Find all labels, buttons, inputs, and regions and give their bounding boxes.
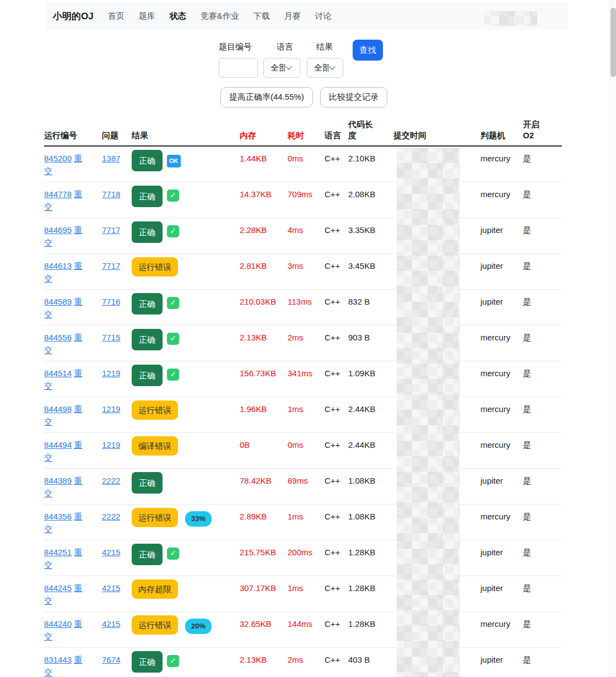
- memory-cell: 0B: [240, 433, 288, 468]
- problem-link[interactable]: 7716: [102, 297, 120, 306]
- o2-cell: 是: [523, 254, 558, 289]
- run-id-link[interactable]: 844356: [44, 512, 72, 521]
- table-row: 844695 重交7717正确✓2.28KB4msC++3.35KBjupite…: [44, 218, 562, 254]
- problem-cell: 1219: [102, 361, 132, 397]
- nav-item-1[interactable]: 首页: [108, 11, 125, 21]
- memory-cell: 156.73KB: [240, 361, 288, 397]
- problem-link[interactable]: 1219: [102, 404, 120, 414]
- result-badge[interactable]: 正确: [132, 329, 163, 350]
- result-cell: 正确✓: [132, 182, 240, 218]
- search-button[interactable]: 查找: [353, 40, 383, 61]
- nav-item-2[interactable]: 题库: [139, 11, 155, 21]
- result-badge[interactable]: 运行错误: [132, 400, 178, 420]
- improve-accuracy-button[interactable]: 提高正确率(44.55%): [220, 87, 313, 107]
- table-row: 844778 重交7718正确✓14.37KB709msC++2.08KBmer…: [44, 182, 562, 218]
- o2-cell: 是: [523, 612, 558, 647]
- problem-cell: 1219: [102, 433, 132, 468]
- result-badge[interactable]: 正确: [132, 221, 163, 243]
- run-id-link[interactable]: 831443: [44, 655, 72, 664]
- run-id-link[interactable]: 844778: [44, 189, 72, 199]
- problem-cell: 7715: [102, 326, 132, 361]
- pass-percentage-badge: 20%: [185, 619, 212, 634]
- vertical-scrollbar[interactable]: [609, 0, 616, 677]
- result-badge[interactable]: 正确: [132, 544, 163, 565]
- nav-menu: 首页题库状态竞赛&作业下载月赛讨论: [108, 11, 332, 21]
- check-icon: ✓: [167, 655, 179, 667]
- result-badge[interactable]: 正确: [132, 150, 163, 171]
- judger-cell: jupiter: [480, 290, 523, 325]
- problem-link[interactable]: 2222: [102, 512, 120, 521]
- nav-item-7[interactable]: 讨论: [315, 11, 332, 21]
- memory-cell: 32.65KB: [240, 612, 288, 647]
- problem-link[interactable]: 1219: [102, 440, 120, 449]
- problem-cell: 1219: [102, 397, 132, 432]
- result-select[interactable]: 全部: [307, 58, 343, 78]
- result-badge[interactable]: 正确: [132, 472, 163, 494]
- nav-item-4[interactable]: 竞赛&作业: [201, 11, 239, 21]
- judger-cell: jupiter: [480, 469, 523, 504]
- run-id-link[interactable]: 844240: [44, 619, 72, 629]
- table-row: 844245 重交4215内存超限307.17KB1msC++1.28KBjup…: [44, 576, 562, 612]
- result-badge[interactable]: 运行错误: [132, 615, 178, 635]
- run-id-link[interactable]: 844589: [44, 297, 72, 306]
- problem-link[interactable]: 7715: [102, 333, 120, 342]
- problem-id-input[interactable]: [219, 58, 258, 78]
- run-id-link[interactable]: 844245: [44, 583, 72, 593]
- result-badge[interactable]: 编译错误: [132, 436, 178, 456]
- nav-item-5[interactable]: 下载: [253, 11, 270, 21]
- result-badge[interactable]: 运行错误: [132, 508, 178, 527]
- result-badge[interactable]: 正确: [132, 293, 163, 315]
- problem-link[interactable]: 7717: [102, 261, 120, 270]
- language-cell: C++: [325, 469, 348, 504]
- table-row: 844514 重交1219正确✓156.73KB341msC++1.09KBme…: [44, 361, 562, 397]
- result-badge[interactable]: 运行错误: [132, 257, 178, 277]
- pass-percentage-badge: 33%: [185, 511, 212, 527]
- o2-cell: 是: [523, 147, 558, 182]
- table-row: 844251 重交4215正确✓215.75KB200msC++1.28KBju…: [44, 540, 562, 576]
- result-cell: 正确✓: [132, 326, 240, 361]
- result-cell: 内存超限: [132, 576, 240, 611]
- result-cell: 正确✓: [132, 290, 240, 325]
- run-id-link[interactable]: 845200: [44, 154, 72, 163]
- result-cell: 正确✓: [132, 540, 240, 576]
- nav-item-6[interactable]: 月赛: [284, 11, 301, 21]
- table-row: 844498 重交1219运行错误1.96KB1msC++2.44KBmercu…: [44, 397, 562, 433]
- run-id-link[interactable]: 844251: [44, 548, 72, 557]
- table-row: 844494 重交1219编译错误0B0msC++2.44KBmercury是: [44, 433, 562, 469]
- judger-cell: jupiter: [480, 540, 523, 576]
- result-badge[interactable]: 内存超限: [132, 579, 178, 599]
- judger-cell: mercury: [480, 612, 523, 647]
- problem-link[interactable]: 4215: [102, 583, 120, 593]
- result-cell: 编译错误: [132, 433, 240, 468]
- run-id-link[interactable]: 844613: [44, 261, 72, 270]
- result-badge[interactable]: 正确: [132, 651, 163, 673]
- run-id-link[interactable]: 844556: [44, 333, 72, 342]
- problem-link[interactable]: 4215: [102, 548, 120, 557]
- brand-logo[interactable]: 小明的OJ: [53, 10, 94, 23]
- run-id-link[interactable]: 844498: [44, 404, 72, 414]
- time-used-cell: 0ms: [288, 147, 325, 182]
- problem-link[interactable]: 1219: [102, 369, 120, 378]
- compare-submissions-button[interactable]: 比较提交记录: [320, 87, 387, 107]
- run-id-link[interactable]: 844695: [44, 225, 72, 235]
- column-header: 耗时: [288, 130, 325, 145]
- problem-link[interactable]: 7674: [102, 655, 120, 664]
- o2-cell: 是: [523, 433, 558, 468]
- problem-link[interactable]: 7718: [102, 189, 120, 199]
- problem-link[interactable]: 7717: [102, 225, 120, 235]
- nav-item-3[interactable]: 状态: [170, 11, 186, 21]
- run-id-cell: 844494 重交: [44, 433, 102, 468]
- problem-link[interactable]: 4215: [102, 619, 120, 629]
- problem-cell: 7674: [102, 648, 132, 677]
- problem-link[interactable]: 2222: [102, 476, 120, 485]
- judger-cell: jupiter: [480, 576, 523, 611]
- scrollbar-thumb[interactable]: [610, 8, 616, 77]
- run-id-link[interactable]: 844494: [44, 440, 72, 449]
- result-badge[interactable]: 正确: [132, 186, 163, 207]
- run-id-link[interactable]: 844514: [44, 369, 72, 378]
- run-id-link[interactable]: 844389: [44, 476, 72, 485]
- language-select[interactable]: 全部: [263, 58, 300, 78]
- memory-cell: 2.13KB: [240, 326, 288, 361]
- problem-link[interactable]: 1387: [102, 154, 120, 163]
- result-badge[interactable]: 正确: [132, 365, 163, 386]
